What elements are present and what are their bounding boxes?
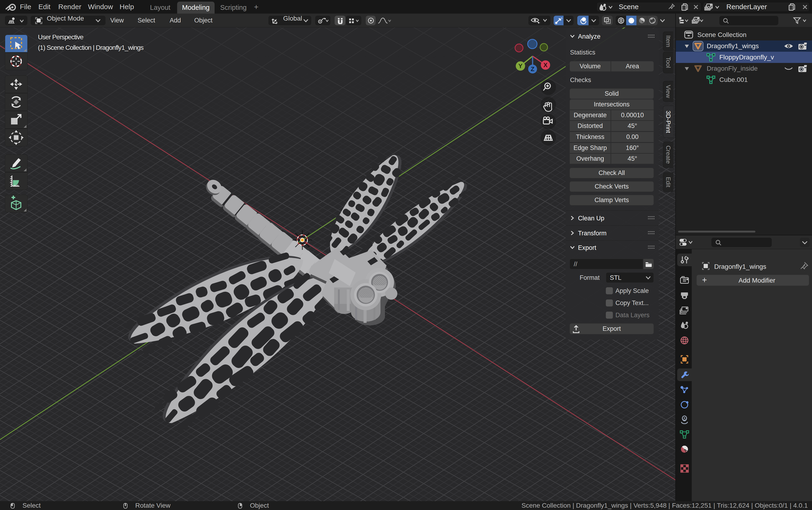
svg-text:Y: Y [518,62,522,69]
svg-text:Z: Z [531,65,534,72]
svg-text:X: X [543,62,548,68]
